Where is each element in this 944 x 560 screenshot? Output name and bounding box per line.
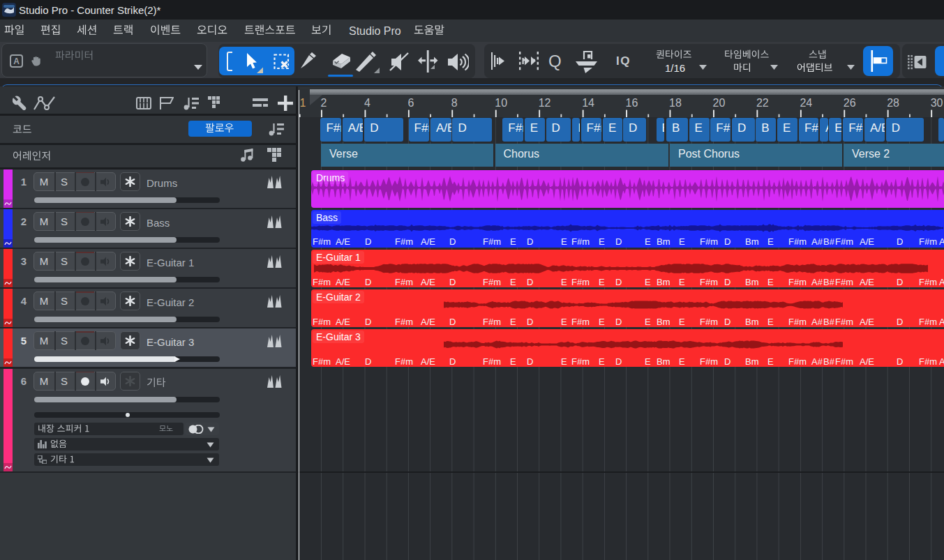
svg-text:A: A: [13, 56, 20, 66]
